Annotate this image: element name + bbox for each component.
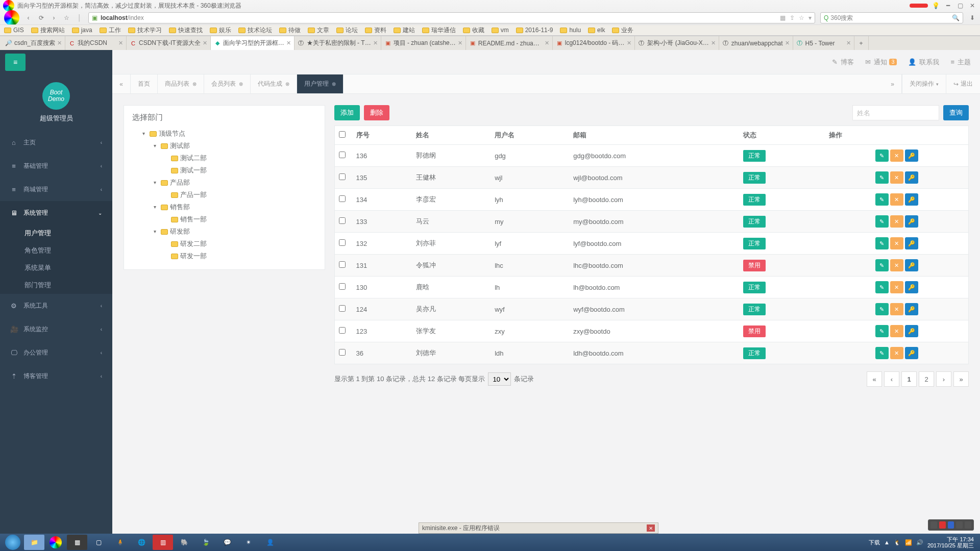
- row-select[interactable]: [339, 327, 346, 334]
- bookmark[interactable]: 快速查找: [169, 26, 203, 35]
- close-button[interactable]: ✕: [968, 2, 977, 9]
- remove-button[interactable]: ✕: [890, 325, 903, 337]
- tree-toggle-icon[interactable]: ▾: [142, 128, 148, 140]
- col-user[interactable]: 用户名: [491, 126, 569, 145]
- key-button[interactable]: 🔑: [905, 171, 918, 184]
- logout-button[interactable]: ↪退出: [946, 74, 980, 93]
- top-contact[interactable]: 👤联系我: [908, 58, 939, 67]
- edit-button[interactable]: ✎: [875, 347, 889, 359]
- tab-close-icon[interactable]: ⊗: [192, 81, 197, 87]
- remove-button[interactable]: ✕: [890, 347, 903, 359]
- menu-toggle[interactable]: ≡: [5, 54, 26, 71]
- task-ide[interactable]: ▦: [67, 535, 87, 550]
- col-status[interactable]: 状态: [739, 126, 825, 145]
- row-select[interactable]: [339, 173, 346, 180]
- browser-tab[interactable]: Ⓣzhuan/webappchat✕: [719, 36, 793, 50]
- tab-scroll-left[interactable]: «: [112, 74, 131, 93]
- back-button[interactable]: ‹: [24, 14, 32, 22]
- tab-close-icon[interactable]: ✕: [203, 40, 207, 46]
- tree-node[interactable]: 产品一部: [132, 189, 316, 201]
- tray-arrow-icon[interactable]: ▲: [884, 539, 890, 545]
- edit-button[interactable]: ✎: [875, 215, 889, 228]
- key-button[interactable]: 🔑: [905, 281, 918, 293]
- ime-toolbar[interactable]: [928, 519, 974, 531]
- task-terminal[interactable]: ▢: [88, 535, 109, 550]
- tab-close-icon[interactable]: ✕: [711, 40, 716, 46]
- tray-qq-icon[interactable]: 🐧: [894, 539, 901, 546]
- bookmark[interactable]: 工作: [100, 26, 121, 35]
- subnav-角色管理[interactable]: 角色管理: [0, 242, 112, 259]
- col-ops[interactable]: 操作: [825, 126, 969, 145]
- subnav-系统菜单[interactable]: 系统菜单: [0, 259, 112, 277]
- qr-icon[interactable]: ▦: [780, 14, 786, 21]
- task-explorer[interactable]: 📁: [24, 535, 44, 550]
- top-theme[interactable]: ≡主题: [950, 58, 971, 67]
- tree-node[interactable]: ▾ 研发部: [132, 226, 316, 238]
- task-app5[interactable]: ✴: [238, 535, 259, 550]
- name-input[interactable]: [852, 105, 939, 120]
- subnav-部门管理[interactable]: 部门管理: [0, 277, 112, 294]
- tree-toggle-icon[interactable]: ▾: [154, 201, 159, 213]
- key-button[interactable]: 🔑: [905, 347, 918, 359]
- browser-tab[interactable]: ⓉH5 - Tower✕: [793, 36, 854, 50]
- delete-button[interactable]: 删除: [364, 105, 389, 120]
- bookmark[interactable]: 论坛: [336, 26, 358, 35]
- key-button[interactable]: 🔑: [905, 237, 918, 249]
- subnav-用户管理[interactable]: 用户管理: [0, 224, 112, 242]
- page-button[interactable]: ‹: [884, 371, 899, 387]
- nav-博客管理[interactable]: ⇡博客管理‹: [0, 364, 112, 388]
- remove-button[interactable]: ✕: [890, 193, 903, 206]
- content-tab[interactable]: 商品列表⊗: [158, 74, 204, 93]
- remove-button[interactable]: ✕: [890, 215, 903, 228]
- browser-tab[interactable]: C我的CSDN✕: [65, 36, 127, 50]
- nav-系统监控[interactable]: 🎥系统监控‹: [0, 317, 112, 341]
- tab-close-icon[interactable]: ✕: [785, 40, 790, 46]
- row-select[interactable]: [339, 261, 346, 268]
- content-tab[interactable]: 用户管理⊗: [297, 74, 344, 93]
- key-button[interactable]: 🔑: [905, 193, 918, 206]
- dropdown-icon[interactable]: ▾: [808, 14, 812, 21]
- bookmark[interactable]: hulu: [560, 27, 581, 34]
- row-select[interactable]: [339, 349, 346, 356]
- col-email[interactable]: 邮箱: [569, 126, 739, 145]
- nav-系统管理[interactable]: 🖥系统管理⌄: [0, 201, 112, 224]
- remove-button[interactable]: ✕: [890, 259, 903, 271]
- bookmark[interactable]: 瑞华通信: [422, 26, 456, 35]
- edit-button[interactable]: ✎: [875, 237, 889, 249]
- content-tab[interactable]: 代码生成⊗: [251, 74, 297, 93]
- favorite-button[interactable]: ☆: [63, 14, 70, 22]
- tree-toggle-icon[interactable]: ▾: [154, 140, 159, 152]
- remove-button[interactable]: ✕: [890, 303, 903, 315]
- tab-close-icon[interactable]: ✕: [458, 40, 462, 46]
- edit-button[interactable]: ✎: [875, 171, 889, 184]
- refresh-button[interactable]: ⟳: [37, 14, 45, 22]
- bookmark[interactable]: GIS: [4, 27, 24, 34]
- bookmark[interactable]: 业务: [612, 26, 633, 35]
- url-bar[interactable]: ▣ localhost/index ▦ ⇪ ☆ ▾: [88, 12, 815, 23]
- browser-tab[interactable]: ▣README.md - zhuan…✕: [466, 36, 553, 50]
- task-app6[interactable]: 👤: [260, 535, 280, 550]
- tray-vol-icon[interactable]: 🔊: [916, 539, 923, 546]
- tray-clock[interactable]: 下午 17:34 2017/10/25 星期三: [927, 536, 974, 548]
- edit-button[interactable]: ✎: [875, 281, 889, 293]
- nav-办公管理[interactable]: 🖵办公管理‹: [0, 341, 112, 364]
- content-tab[interactable]: 会员列表⊗: [204, 74, 251, 93]
- tab-scroll-right[interactable]: »: [884, 74, 902, 93]
- tree-node[interactable]: ▾ 测试部: [132, 140, 316, 152]
- bookmark[interactable]: vm: [492, 27, 509, 34]
- tree-node[interactable]: 销售一部: [132, 213, 316, 226]
- add-button[interactable]: 添加: [334, 105, 360, 120]
- key-button[interactable]: 🔑: [905, 259, 918, 271]
- tab-close-icon[interactable]: ✕: [286, 40, 291, 46]
- page-button[interactable]: 2: [919, 371, 934, 387]
- tree-toggle-icon[interactable]: ▾: [154, 226, 159, 238]
- minimize-button[interactable]: ━: [943, 2, 952, 9]
- lightbulb-icon[interactable]: 💡: [931, 2, 940, 9]
- tab-close-icon[interactable]: ✕: [627, 40, 631, 46]
- browser-tab[interactable]: CCSDN下载-IT资源大全✕: [127, 36, 211, 50]
- task-wechat[interactable]: 💬: [217, 535, 237, 550]
- key-button[interactable]: 🔑: [905, 303, 918, 315]
- task-app1[interactable]: 🧍: [110, 535, 130, 550]
- bookmark[interactable]: 收藏: [463, 26, 484, 35]
- bookmark[interactable]: 技术论坛: [238, 26, 272, 35]
